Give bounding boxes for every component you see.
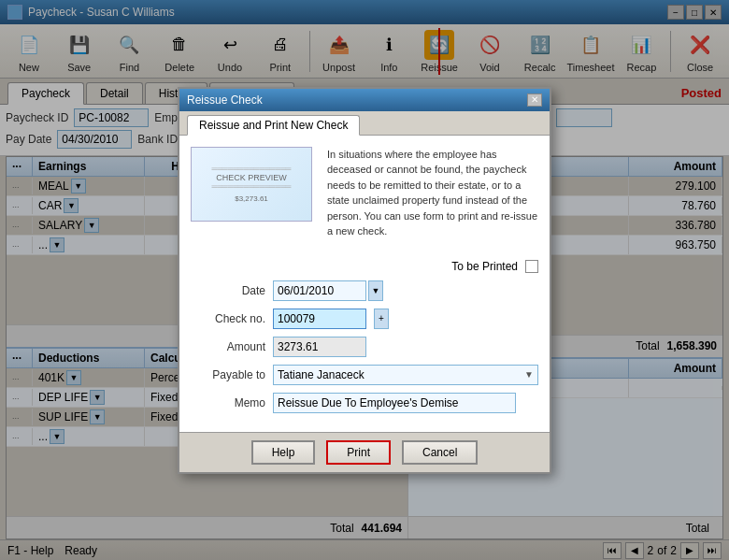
date-input[interactable] bbox=[273, 280, 366, 301]
modal-footer: Help Print Cancel bbox=[179, 432, 550, 472]
print-modal-button[interactable]: Print bbox=[326, 440, 391, 465]
check-no-label: Check no. bbox=[191, 312, 265, 325]
memo-label: Memo bbox=[191, 396, 265, 409]
payable-to-label: Payable to bbox=[191, 368, 265, 381]
amount-label: Amount bbox=[191, 340, 265, 353]
payable-dropdown-arrow: ▼ bbox=[524, 369, 534, 380]
modal-tab-bar: Reissue and Print New Check bbox=[179, 111, 550, 136]
date-dropdown-button[interactable]: ▼ bbox=[368, 280, 383, 301]
modal-description: In situations where the employee has dec… bbox=[327, 147, 538, 239]
modal-content: ═══════════════ CHECK PREVIEW ══════════… bbox=[179, 136, 550, 432]
memo-input[interactable] bbox=[273, 393, 516, 413]
check-preview-image: ═══════════════ CHECK PREVIEW ══════════… bbox=[191, 147, 312, 222]
modal-overlay: Reissue Check ✕ Reissue and Print New Ch… bbox=[0, 0, 729, 560]
to-be-printed-label: To be Printed bbox=[451, 260, 518, 273]
modal-title: Reissue Check bbox=[187, 93, 263, 107]
modal-close-button[interactable]: ✕ bbox=[527, 93, 542, 107]
check-no-row: Check no. + bbox=[191, 309, 538, 329]
payable-to-row: Payable to Tatiane Janaceck ▼ bbox=[191, 365, 538, 385]
payable-to-value: Tatiane Janaceck bbox=[278, 368, 364, 381]
to-print-row: To be Printed bbox=[191, 260, 538, 273]
reissue-modal: Reissue Check ✕ Reissue and Print New Ch… bbox=[178, 87, 551, 474]
cancel-button[interactable]: Cancel bbox=[402, 440, 478, 465]
date-label: Date bbox=[191, 284, 265, 297]
check-no-input[interactable] bbox=[273, 309, 366, 329]
check-no-increment-button[interactable]: + bbox=[374, 309, 389, 329]
memo-row: Memo bbox=[191, 393, 538, 413]
modal-title-bar: Reissue Check ✕ bbox=[179, 89, 550, 111]
amount-row: Amount bbox=[191, 337, 538, 357]
to-be-printed-checkbox[interactable] bbox=[525, 260, 538, 273]
payable-to-dropdown[interactable]: Tatiane Janaceck ▼ bbox=[273, 365, 538, 385]
help-button[interactable]: Help bbox=[251, 440, 316, 465]
amount-input bbox=[273, 337, 366, 357]
modal-tab-reissue[interactable]: Reissue and Print New Check bbox=[187, 115, 360, 136]
date-row: Date ▼ bbox=[191, 280, 538, 301]
